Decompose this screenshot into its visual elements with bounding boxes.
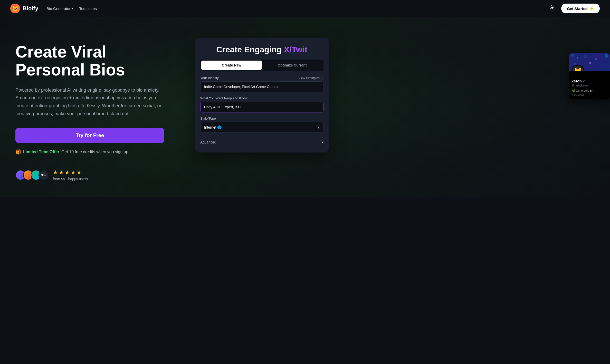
hero-description: Powered by professional AI writing engin… — [15, 86, 164, 118]
logo-emoji: 🐱 — [12, 5, 18, 12]
preview-header: Create Engaging X/Twit — [195, 38, 329, 60]
star-1: ★ — [53, 169, 58, 176]
get-started-button[interactable]: Get Started ⚡ — [561, 4, 600, 13]
style-tone-row: Style/Tone Internet 🌐 — [200, 117, 323, 133]
what-people-know-input[interactable] — [200, 102, 323, 112]
gift-icon: 🎁 — [15, 149, 21, 155]
limited-offer-highlight: Limited Time Offer — [23, 150, 59, 154]
chevron-down-icon: ▾ — [72, 7, 73, 10]
profile-handle: @hellokaton — [571, 84, 607, 87]
svg-rect-5 — [605, 54, 608, 58]
avatar-count: 99+ — [39, 170, 49, 180]
limited-offer: 🎁 Limited Time Offer Get 10 free credits… — [15, 149, 180, 155]
stars: ★ ★ ★ ★ ★ — [53, 169, 88, 176]
nav-bio-generator[interactable]: Bio Generator ▾ — [46, 6, 73, 11]
limited-offer-text: Get 10 free credits when you sign up — [61, 150, 128, 154]
tabs-row: Create New Optimize Current — [200, 60, 323, 71]
identity-input[interactable] — [200, 81, 323, 92]
identity-row: Your Identity View Examples → — [200, 76, 323, 92]
hero-title: Create Viral Personal Bios — [15, 43, 180, 79]
verified-icon: ✓ — [583, 79, 586, 83]
svg-rect-4 — [595, 58, 597, 60]
hero-left: Create Viral Personal Bios Powered by pr… — [15, 38, 180, 181]
nav-templates[interactable]: Templates — [79, 6, 97, 11]
profile-meta: ⊙ /dev/null — [571, 94, 607, 97]
try-free-button[interactable]: Try for Free — [15, 128, 164, 143]
style-tone-select[interactable]: Internet 🌐 — [200, 122, 323, 133]
nav-right: Get Started ⚡ — [547, 3, 600, 14]
logo[interactable]: 🐱 Bioify — [10, 4, 38, 13]
preview-title-accent: X/Twit — [284, 45, 308, 54]
hero-right: Create Engaging X/Twit Create New Optimi… — [195, 38, 595, 152]
svg-rect-8 — [600, 66, 602, 69]
star-5: ★ — [77, 169, 82, 176]
identity-label: Your Identity View Examples → — [200, 76, 323, 80]
profile-name: katon ✓ — [571, 79, 607, 83]
navbar: 🐱 Bioify Bio Generator ▾ Templates Get S… — [0, 0, 610, 17]
tab-optimize[interactable]: Optimize Current — [262, 61, 322, 70]
form-area: Your Identity View Examples → What You W… — [195, 76, 329, 152]
star-4: ★ — [71, 169, 76, 176]
social-proof: 99+ ★ ★ ★ ★ ★ from 99+ happy users — [15, 169, 180, 181]
profile-banner: 🐱 — [569, 53, 610, 71]
svg-rect-3 — [584, 55, 587, 58]
logo-icon: 🐱 — [10, 4, 20, 13]
logo-text: Bioify — [23, 5, 38, 12]
profile-info: katon ✓ @hellokaton 🌿 Generated Bi ⊙ /de… — [569, 71, 610, 99]
star-2: ★ — [59, 169, 64, 176]
view-examples-link[interactable]: View Examples → — [299, 76, 323, 80]
avatars: 99+ — [15, 170, 49, 180]
what-people-know-row: What You Want People to Know — [200, 96, 323, 112]
style-select-wrap: Internet 🌐 — [200, 122, 323, 133]
translate-icon[interactable] — [547, 3, 557, 14]
profile-card: 🐱 katon ✓ @hellokaton 🌿 Generated Bi ⊙ /… — [569, 53, 610, 99]
svg-rect-1 — [571, 54, 574, 56]
app-preview: Create Engaging X/Twit Create New Optimi… — [195, 38, 329, 152]
stars-area: ★ ★ ★ ★ ★ from 99+ happy users — [53, 169, 88, 181]
nav-links: Bio Generator ▾ Templates — [46, 6, 97, 11]
nav-left: 🐱 Bioify Bio Generator ▾ Templates — [10, 4, 97, 13]
tab-create-new[interactable]: Create New — [201, 61, 262, 70]
preview-title: Create Engaging X/Twit — [202, 45, 321, 54]
what-people-know-label: What You Want People to Know — [200, 96, 323, 100]
happy-users-label: from 99+ happy users — [53, 177, 88, 181]
profile-bio: 🌿 Generated Bi — [571, 89, 607, 93]
advanced-row[interactable]: Advanced ▾ — [200, 137, 323, 147]
chevron-down-icon: ▾ — [322, 140, 323, 144]
style-tone-label: Style/Tone — [200, 117, 323, 120]
svg-rect-6 — [589, 62, 591, 64]
svg-rect-2 — [577, 57, 578, 59]
hero-section: Create Viral Personal Bios Powered by pr… — [0, 17, 610, 197]
star-3: ★ — [65, 169, 70, 176]
